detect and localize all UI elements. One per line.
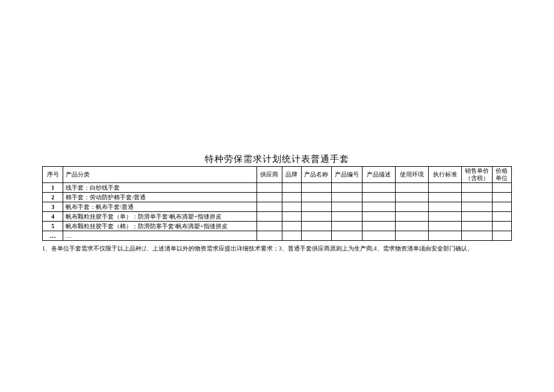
header-prodno: 产品编号 — [332, 167, 363, 183]
cell-env — [395, 231, 428, 241]
cell-std — [429, 193, 462, 202]
cell-category: 帆布颗粒挂胶手套（单）：防滑单手套\帆布滴塑+指缝拼皮 — [63, 212, 257, 222]
cell-unit — [492, 183, 511, 193]
requirements-table: 序号 产品分类 供应商 品牌 产品名称 产品编号 产品描述 使用环境 执行标准 … — [42, 166, 512, 241]
table-row: 2 棉手套：劳动防护棉手套/普通 — [43, 193, 512, 202]
header-desc: 产品描述 — [362, 167, 395, 183]
cell-prodno — [332, 222, 363, 231]
cell-brand — [282, 222, 301, 231]
cell-supplier — [257, 202, 282, 212]
cell-prodname — [301, 231, 332, 241]
cell-supplier — [257, 183, 282, 193]
cell-seq: 1 — [43, 183, 63, 193]
header-std: 执行标准 — [429, 167, 462, 183]
cell-prodno — [332, 212, 363, 222]
cell-seq: 3 — [43, 202, 63, 212]
cell-unit — [492, 193, 511, 202]
cell-desc — [362, 212, 395, 222]
header-supplier: 供应商 — [257, 167, 282, 183]
cell-std — [429, 222, 462, 231]
cell-brand — [282, 202, 301, 212]
table-row: 4 帆布颗粒挂胶手套（单）：防滑单手套\帆布滴塑+指缝拼皮 — [43, 212, 512, 222]
cell-prodno — [332, 183, 363, 193]
cell-price — [462, 212, 493, 222]
table-row: 5 帆布颗粒挂胶手套（棉）：防滑防寒手套\帆布滴塑+指缝拼皮 — [43, 222, 512, 231]
table-header-row: 序号 产品分类 供应商 品牌 产品名称 产品编号 产品描述 使用环境 执行标准 … — [43, 167, 512, 183]
header-seq: 序号 — [43, 167, 63, 183]
footnote-text: 1、各单位手套需求不仅限于以上品种;2、上述清单以外的物资需求应提出详细技术要求… — [42, 244, 512, 253]
header-prodname: 产品名称 — [301, 167, 332, 183]
cell-price — [462, 183, 493, 193]
cell-prodname — [301, 212, 332, 222]
cell-price — [462, 222, 493, 231]
header-brand: 品牌 — [282, 167, 301, 183]
cell-desc — [362, 183, 395, 193]
cell-category: 线手套：白纱线手套 — [63, 183, 257, 193]
cell-std — [429, 212, 462, 222]
cell-category: 棉手套：劳动防护棉手套/普通 — [63, 193, 257, 202]
cell-unit — [492, 202, 511, 212]
cell-desc — [362, 231, 395, 241]
cell-prodname — [301, 202, 332, 212]
document-title: 特种劳保需求计划统计表普通手套 — [42, 154, 512, 165]
header-category: 产品分类 — [63, 167, 257, 183]
cell-prodno — [332, 202, 363, 212]
cell-env — [395, 222, 428, 231]
header-env: 使用环境 — [395, 167, 428, 183]
cell-prodno — [332, 193, 363, 202]
cell-prodno — [332, 231, 363, 241]
cell-env — [395, 183, 428, 193]
cell-brand — [282, 183, 301, 193]
cell-std — [429, 202, 462, 212]
table-row: 3 帆布手套：帆布手套\普通 — [43, 202, 512, 212]
cell-seq: 4 — [43, 212, 63, 222]
cell-brand — [282, 231, 301, 241]
cell-prodname — [301, 183, 332, 193]
cell-unit — [492, 212, 511, 222]
cell-price — [462, 193, 493, 202]
cell-desc — [362, 202, 395, 212]
table-row: 1 线手套：白纱线手套 — [43, 183, 512, 193]
cell-prodname — [301, 193, 332, 202]
cell-env — [395, 193, 428, 202]
cell-category: … — [63, 231, 257, 241]
cell-price — [462, 202, 493, 212]
cell-seq: 2 — [43, 193, 63, 202]
cell-price — [462, 231, 493, 241]
cell-unit — [492, 222, 511, 231]
cell-supplier — [257, 193, 282, 202]
cell-std — [429, 231, 462, 241]
header-price: 销售单价（含税） — [462, 167, 493, 183]
table-row: … … — [43, 231, 512, 241]
cell-desc — [362, 222, 395, 231]
cell-supplier — [257, 231, 282, 241]
cell-seq: 5 — [43, 222, 63, 231]
cell-env — [395, 212, 428, 222]
cell-supplier — [257, 222, 282, 231]
document-content: 特种劳保需求计划统计表普通手套 序号 产品分类 供应商 品牌 产品名称 产品编号… — [42, 154, 512, 253]
table-body: 1 线手套：白纱线手套 2 棉手套：劳动防护棉手套/普通 — [43, 183, 512, 241]
cell-desc — [362, 193, 395, 202]
cell-brand — [282, 193, 301, 202]
cell-supplier — [257, 212, 282, 222]
header-unit: 价格单位 — [492, 167, 511, 183]
cell-brand — [282, 212, 301, 222]
cell-category: 帆布手套：帆布手套\普通 — [63, 202, 257, 212]
cell-prodname — [301, 222, 332, 231]
cell-env — [395, 202, 428, 212]
cell-unit — [492, 231, 511, 241]
cell-std — [429, 183, 462, 193]
cell-category: 帆布颗粒挂胶手套（棉）：防滑防寒手套\帆布滴塑+指缝拼皮 — [63, 222, 257, 231]
cell-seq: … — [43, 231, 63, 241]
